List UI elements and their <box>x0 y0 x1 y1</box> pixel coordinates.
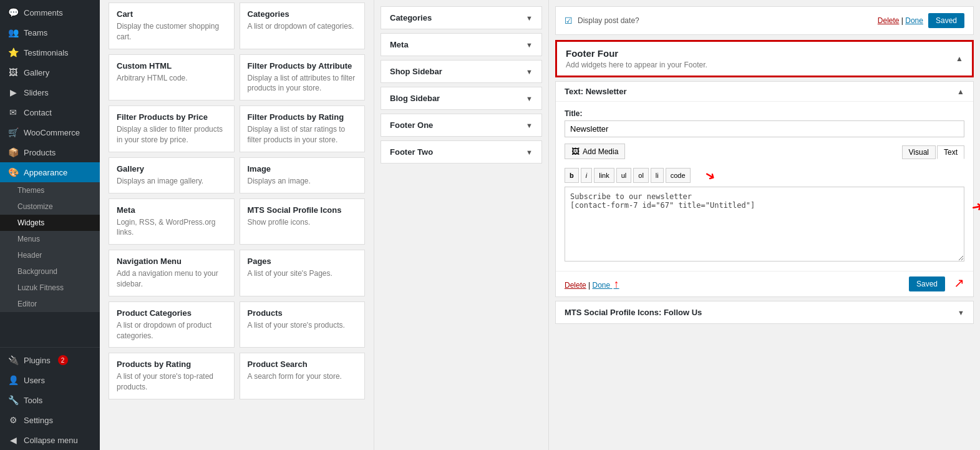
newsletter-header-label: Text: Newsletter <box>565 87 626 96</box>
widget-card[interactable]: Meta Login, RSS, & WordPress.org links. <box>109 198 235 245</box>
delete-link-top[interactable]: Delete <box>878 16 900 25</box>
collapse-icon: ◀ <box>7 435 19 445</box>
appearance-submenu: Themes Customize Widgets Menus Header Ba… <box>0 182 100 312</box>
sidebar-item-comments[interactable]: 💬 Comments <box>0 2 100 22</box>
widget-area-item[interactable]: Categories ▼ <box>381 6 542 29</box>
fmt-ul[interactable]: ul <box>616 168 632 183</box>
sidebar-subitem-menus[interactable]: Menus <box>0 231 100 247</box>
widget-card[interactable]: Categories A list or dropdown of categor… <box>240 2 366 49</box>
newsletter-body: Title: 🖼 Add Media Visual Text <box>556 102 973 271</box>
arrow-annotation-4: ↙ <box>954 276 964 291</box>
sidebar-subitem-widgets[interactable]: Widgets <box>0 215 100 231</box>
widget-card[interactable]: Filter Products by Rating Display a list… <box>240 105 366 152</box>
footer-section: ☑ Display post date? Delete | Done Saved… <box>549 0 980 330</box>
sidebar-item-collapse[interactable]: ◀ Collapse menu <box>0 430 100 450</box>
widget-card-desc: A list of your store's top-rated product… <box>117 371 226 393</box>
mts-widget-chevron: ▼ <box>958 309 964 316</box>
sidebar-item-teams[interactable]: 👥 Teams <box>0 22 100 42</box>
sidebar-subitem-themes[interactable]: Themes <box>0 182 100 198</box>
checkbox-icon[interactable]: ☑ <box>565 16 573 26</box>
widget-card-desc: A list or dropdown of categories. <box>248 21 357 32</box>
fmt-bold[interactable]: b <box>565 168 579 183</box>
chevron-down-icon: ▼ <box>526 14 533 22</box>
text-tab[interactable]: Text <box>937 145 964 159</box>
widget-card-title: Pages <box>248 257 357 266</box>
widget-card[interactable]: Filter Products by Attribute Display a l… <box>240 54 366 101</box>
title-input[interactable] <box>565 120 964 137</box>
widget-area-label: Footer One <box>390 120 433 130</box>
sidebar-item-gallery[interactable]: 🖼 Gallery <box>0 62 100 82</box>
footer-four-chevron[interactable]: ▲ <box>956 54 963 63</box>
arrow-annotation-3: ↑ <box>614 278 619 290</box>
sidebar-subitem-editor[interactable]: Editor <box>0 296 100 312</box>
sidebar-item-contact[interactable]: ✉ Contact <box>0 102 100 122</box>
widget-card[interactable]: Product Search A search form for your st… <box>240 353 366 399</box>
widget-area-item[interactable]: Footer Two ▼ <box>381 140 542 164</box>
widget-card-row: Meta Login, RSS, & WordPress.org links. … <box>100 196 374 248</box>
sidebar-item-products[interactable]: 📦 Products <box>0 142 100 162</box>
add-media-label: Add Media <box>583 147 618 156</box>
chevron-down-icon: ▼ <box>526 68 533 76</box>
widget-area-label: Shop Sidebar <box>390 67 442 76</box>
widget-card[interactable]: MTS Social Profile Icons Show profile ic… <box>240 198 366 245</box>
sidebar-subitem-luzuk[interactable]: Luzuk Fitness <box>0 280 100 296</box>
widget-area-label: Footer Two <box>390 147 433 157</box>
formatting-bar: b i link ul ol li code ➜ <box>565 168 964 183</box>
delete-link-newsletter[interactable]: Delete <box>565 281 586 290</box>
sidebar-item-users[interactable]: 👤 Users <box>0 370 100 390</box>
widget-card-desc: Arbitrary HTML code. <box>117 73 226 84</box>
widget-card-desc: Displays an image gallery. <box>117 176 226 187</box>
sidebar-item-sliders[interactable]: ▶ Sliders <box>0 82 100 102</box>
fmt-link[interactable]: link <box>594 168 614 183</box>
widget-card-title: Categories <box>248 9 357 19</box>
widget-area-item[interactable]: Blog Sidebar ▼ <box>381 87 542 110</box>
widget-card[interactable]: Product Categories A list or dropdown of… <box>109 301 235 348</box>
widget-card-row: Filter Products by Price Display a slide… <box>100 103 374 155</box>
newsletter-chevron: ▲ <box>957 87 964 96</box>
widget-card[interactable]: Products A list of your store's products… <box>240 301 366 348</box>
sidebar-subitem-header[interactable]: Header <box>0 247 100 263</box>
widget-area-item[interactable]: Footer One ▼ <box>381 114 542 137</box>
sidebar-item-tools[interactable]: 🔧 Tools <box>0 390 100 410</box>
saved-button-newsletter[interactable]: Saved <box>909 276 945 291</box>
title-field-row: Title: <box>565 109 964 137</box>
visual-tab[interactable]: Visual <box>902 145 936 159</box>
widget-area-item[interactable]: Shop Sidebar ▼ <box>381 60 542 83</box>
fmt-ol[interactable]: ol <box>633 168 649 183</box>
widget-card-desc: Show profile icons. <box>248 217 357 228</box>
widget-card[interactable]: Gallery Displays an image gallery. <box>109 157 235 193</box>
sidebar-subitem-customize[interactable]: Customize <box>0 198 100 215</box>
widget-area-label: Meta <box>390 40 409 49</box>
widget-card[interactable]: Custom HTML Arbitrary HTML code. <box>109 54 235 101</box>
widget-card[interactable]: Pages A list of your site's Pages. <box>240 250 366 296</box>
footer-four-desc: Add widgets here to appear in your Foote… <box>566 61 707 69</box>
newsletter-header[interactable]: Text: Newsletter ▲ <box>556 82 973 102</box>
fmt-li[interactable]: li <box>651 168 664 183</box>
fmt-code[interactable]: code <box>666 168 691 183</box>
sidebar-item-plugins[interactable]: 🔌 Plugins 2 <box>0 350 100 370</box>
sidebar-subitem-background[interactable]: Background <box>0 263 100 280</box>
widget-card[interactable]: Navigation Menu Add a navigation menu to… <box>109 250 235 296</box>
saved-button-top[interactable]: Saved <box>928 13 964 28</box>
done-link-newsletter[interactable]: Done ↑ <box>592 281 619 290</box>
done-link-top[interactable]: Done <box>905 16 923 25</box>
add-media-button[interactable]: 🖼 Add Media <box>565 144 625 159</box>
widget-card[interactable]: Products by Rating A list of your store'… <box>109 353 235 399</box>
content-textarea[interactable]: Subscribe to our newsletter [contact-for… <box>565 187 964 262</box>
settings-icon: ⚙ <box>7 415 19 425</box>
widget-area-item[interactable]: Meta ▼ <box>381 33 542 56</box>
widget-card-desc: Displays an image. <box>248 176 357 187</box>
widget-card-row: Product Categories A list or dropdown of… <box>100 299 374 351</box>
textarea-container: Subscribe to our newsletter [contact-for… <box>565 187 964 263</box>
widget-card[interactable]: Image Displays an image. <box>240 157 366 193</box>
sidebar-item-woocommerce[interactable]: 🛒 WooCommerce <box>0 122 100 142</box>
arrow-annotation-2: ➜ <box>971 198 980 217</box>
sidebar-item-appearance[interactable]: 🎨 Appearance <box>0 162 100 182</box>
mts-social-widget[interactable]: MTS Social Profile Icons: Follow Us ▼ <box>555 301 974 324</box>
sidebar-item-testimonials[interactable]: ⭐ Testimonials <box>0 42 100 62</box>
widget-card[interactable]: Filter Products by Price Display a slide… <box>109 105 235 152</box>
add-media-icon: 🖼 <box>571 147 580 156</box>
sidebar-item-settings[interactable]: ⚙ Settings <box>0 410 100 430</box>
fmt-italic[interactable]: i <box>581 168 592 183</box>
widget-card[interactable]: Cart Display the customer shopping cart. <box>109 2 235 49</box>
